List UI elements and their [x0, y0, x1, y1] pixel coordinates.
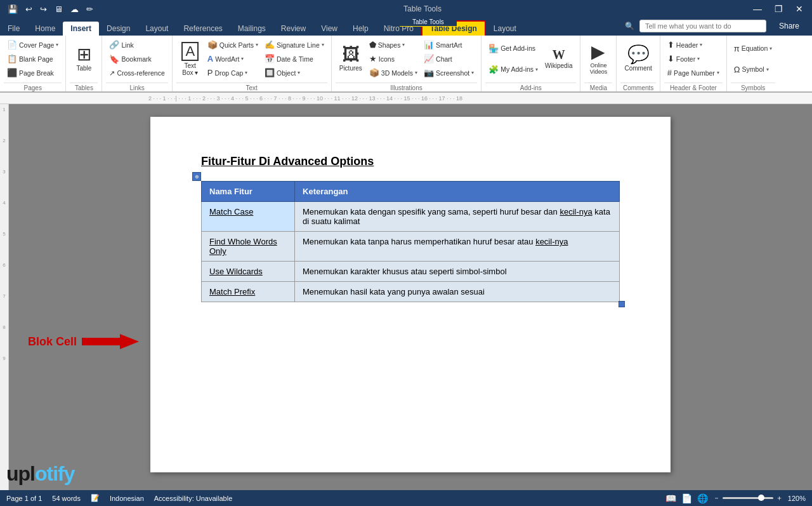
zoom-control[interactable]: － ＋ [713, 493, 783, 503]
tab-insert[interactable]: Insert [63, 22, 99, 36]
quick-parts-btn[interactable]: 📦Quick Parts ▾ [204, 39, 261, 50]
tab-file[interactable]: File [0, 22, 27, 36]
document-area[interactable]: Blok Cell Fitur-Fitur Di Advanced Option… [9, 104, 812, 490]
zoom-level: 120% [788, 495, 806, 502]
doc-check-icon[interactable]: 📝 [91, 494, 100, 502]
language-indicator[interactable]: Indonesian [110, 495, 144, 502]
tab-references[interactable]: References [176, 22, 230, 36]
tab-mailings[interactable]: Mailings [230, 22, 273, 36]
group-addins: 🏪Get Add-ins 🧩My Add-ins ▾ W Wikipedia A… [481, 36, 580, 93]
shapes-btn[interactable]: ⬟Shapes ▾ [366, 39, 421, 50]
date-time-btn[interactable]: 📅Date & Time [261, 53, 327, 64]
status-right: 📖 📄 🌐 － ＋ 120% [665, 493, 806, 503]
page-break-btn[interactable]: ⬛Page Break [4, 67, 62, 78]
table-container: ⊕ Nama Fitur Keterangan Match Ca [201, 181, 620, 302]
group-tables: ⊞ Table Tables [66, 36, 102, 93]
symbols-group-label: Symbols [731, 83, 775, 93]
links-group-label: Links [106, 83, 167, 93]
save-icon[interactable]: 💾 [5, 3, 20, 15]
document-title: Fitur-Fitur Di Advanced Options [201, 155, 620, 168]
minimize-btn[interactable]: — [749, 3, 766, 15]
feature-name-4: Match Prefix [209, 287, 255, 296]
table-move-handle[interactable]: ⊕ [192, 172, 201, 181]
page-number-btn[interactable]: #Page Number ▾ [664, 67, 723, 78]
zoom-thumb[interactable] [758, 495, 764, 501]
tab-table-layout[interactable]: Layout [486, 22, 524, 36]
edit-icon[interactable]: ✏ [84, 3, 96, 15]
text-box-btn[interactable]: A TextBox ▾ [176, 38, 204, 79]
feature-name-2: Find Whole Words Only [209, 237, 277, 256]
tab-view[interactable]: View [313, 22, 345, 36]
maximize-btn[interactable]: ❐ [771, 3, 787, 15]
feature-name-1: Match Case [209, 207, 253, 216]
cover-page-btn[interactable]: 📄Cover Page ▾ [4, 39, 62, 50]
smartart-btn[interactable]: 📊SmartArt [421, 39, 477, 50]
pictures-btn[interactable]: 🖼 Pictures [336, 38, 366, 79]
footer-btn[interactable]: ⬇Footer ▾ [664, 53, 723, 64]
page-count: Page 1 of 1 [6, 495, 42, 502]
get-addins-btn[interactable]: 🏪Get Add-ins [485, 43, 541, 54]
feature-cell-3[interactable]: Use Wildcards [202, 262, 295, 282]
document-page: Fitur-Fitur Di Advanced Options ⊕ Nama F… [150, 117, 671, 472]
read-mode-icon[interactable]: 📖 [665, 493, 676, 503]
zoom-track[interactable] [723, 497, 773, 499]
ribbon-search-input[interactable] [639, 20, 766, 32]
tab-review[interactable]: Review [273, 22, 313, 36]
tab-home[interactable]: Home [27, 22, 63, 36]
equation-btn[interactable]: πEquation ▾ [731, 43, 775, 54]
signature-line-btn[interactable]: ✍Signature Line ▾ [261, 39, 327, 50]
description-cell-2: Menemukan kata tanpa harus memperhatikan… [295, 232, 620, 262]
table-row[interactable]: Use Wildcards Menemukan karakter khusus … [202, 262, 620, 282]
tab-help[interactable]: Help [345, 22, 376, 36]
bookmark-btn[interactable]: 🔖Bookmark [106, 54, 167, 65]
chart-btn[interactable]: 📈Chart [421, 53, 477, 64]
col-header-feature: Nama Fitur [202, 182, 295, 202]
feature-cell-4[interactable]: Match Prefix [202, 282, 295, 302]
3d-models-btn[interactable]: 📦3D Models ▾ [366, 67, 421, 78]
table-btn[interactable]: ⊞ Table [70, 38, 98, 79]
description-cell-3: Menemukan karakter khusus atau seperti s… [295, 262, 620, 282]
tab-layout[interactable]: Layout [138, 22, 176, 36]
cross-reference-btn[interactable]: ↗Cross-reference [106, 69, 167, 78]
main-area: 123456789 Blok Cell Fitur-Fitur Di Advan… [0, 104, 812, 490]
table-row[interactable]: Find Whole Words Only Menemukan kata tan… [202, 232, 620, 262]
undo-icon[interactable]: ↩ [23, 3, 35, 15]
link-btn[interactable]: 🔗Link [106, 39, 167, 50]
table-row[interactable]: Match Prefix Menemukan hasil kata yang p… [202, 282, 620, 302]
cloud-icon[interactable]: ☁ [68, 3, 81, 15]
screenshot-btn[interactable]: 📷Screenshot ▾ [421, 67, 477, 78]
feature-name-3: Use Wildcards [209, 267, 263, 276]
header-btn[interactable]: ⬆Header ▾ [664, 39, 723, 50]
title-bar-left: 💾 ↩ ↪ 🖥 ☁ ✏ [5, 3, 96, 15]
my-addins-btn[interactable]: 🧩My Add-ins ▾ [485, 64, 541, 75]
description-cell-4: Menemukan hasil kata yang punya awalan s… [295, 282, 620, 302]
web-layout-icon[interactable]: 🌐 [697, 493, 708, 503]
share-button[interactable]: Share [771, 19, 807, 33]
comment-btn[interactable]: 💬 Comment [620, 38, 655, 79]
group-comments: 💬 Comment Comments [617, 36, 660, 93]
online-videos-btn[interactable]: ▶ OnlineVideos [584, 38, 612, 79]
zoom-out-icon[interactable]: － [713, 493, 720, 503]
print-layout-icon[interactable]: 📄 [681, 493, 692, 503]
wordart-btn[interactable]: AWordArt ▾ [204, 53, 261, 64]
close-btn[interactable]: ✕ [792, 3, 807, 15]
title-bar-controls: — ❐ ✕ [749, 3, 807, 15]
drop-cap-btn[interactable]: PDrop Cap ▾ [204, 67, 261, 78]
redo-icon[interactable]: ↪ [37, 3, 49, 15]
screen-icon[interactable]: 🖥 [52, 3, 65, 15]
zoom-in-icon[interactable]: ＋ [776, 493, 783, 503]
word-count: 54 words [52, 495, 81, 502]
icons-btn[interactable]: ★Icons [366, 53, 421, 64]
blank-page-btn[interactable]: 📋Blank Page [4, 53, 62, 64]
table-resize-handle[interactable] [619, 301, 625, 307]
feature-cell-1[interactable]: Match Case [202, 202, 295, 232]
pages-group-label: Pages [4, 83, 62, 93]
object-btn[interactable]: 🔲Object ▾ [261, 67, 327, 78]
feature-cell-2[interactable]: Find Whole Words Only [202, 232, 295, 262]
wikipedia-btn[interactable]: W Wikipedia [541, 38, 576, 79]
tab-design[interactable]: Design [99, 22, 138, 36]
comments-group-label: Comments [620, 83, 655, 93]
col-header-description: Keterangan [295, 182, 620, 202]
symbol-btn[interactable]: ΩSymbol ▾ [731, 64, 775, 75]
table-row[interactable]: Match Case Menemukan kata dengan spesifi… [202, 202, 620, 232]
